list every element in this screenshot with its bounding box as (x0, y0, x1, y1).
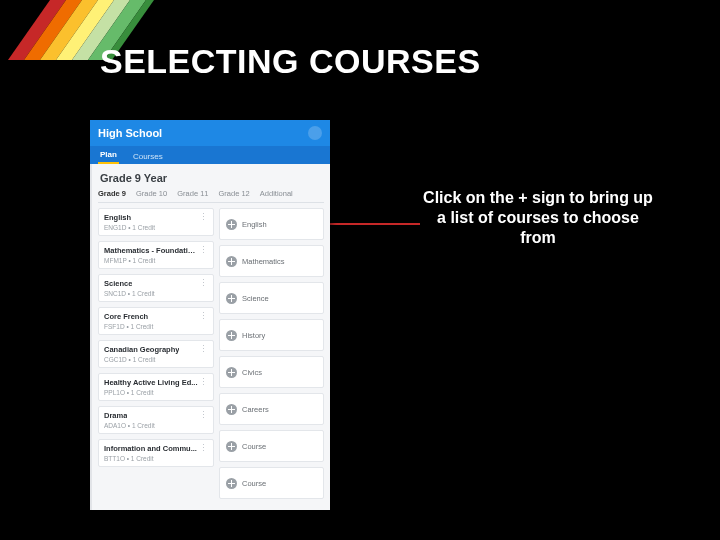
plus-icon[interactable] (226, 330, 237, 341)
year-tab-9[interactable]: Grade 9 (98, 188, 126, 199)
course-meta: BTT1O • 1 Credit (104, 455, 208, 462)
course-name: Healthy Active Living Ed... (104, 378, 198, 387)
add-course-slot[interactable]: Course (219, 467, 324, 499)
callout-text: Click on the + sign to bring up a list o… (418, 188, 658, 248)
course-meta: PPL1O • 1 Credit (104, 389, 208, 396)
year-tab-10[interactable]: Grade 10 (136, 188, 167, 199)
app-nav: Plan Courses (90, 146, 330, 164)
planned-column: English⋮ENG1D • 1 CreditMathematics - Fo… (98, 208, 214, 499)
plus-icon[interactable] (226, 404, 237, 415)
year-title: Grade 9 Year (100, 172, 324, 184)
add-course-slot[interactable]: History (219, 319, 324, 351)
course-meta: ENG1D • 1 Credit (104, 224, 208, 231)
kebab-icon[interactable]: ⋮ (199, 378, 208, 387)
svg-rect-0 (8, 0, 66, 60)
slide-title: SELECTING COURSES (100, 42, 481, 81)
kebab-icon[interactable]: ⋮ (199, 345, 208, 354)
svg-rect-1 (24, 0, 82, 60)
plus-icon[interactable] (226, 367, 237, 378)
course-name: English (104, 213, 131, 222)
slide: SELECTING COURSES Click on the + sign to… (0, 0, 720, 540)
course-card[interactable]: Mathematics - Foundations⋮MFM1P • 1 Cred… (98, 241, 214, 269)
course-card[interactable]: Healthy Active Living Ed...⋮PPL1O • 1 Cr… (98, 373, 214, 401)
year-tab-additional[interactable]: Additional (260, 188, 293, 199)
kebab-icon[interactable]: ⋮ (199, 279, 208, 288)
plus-icon[interactable] (226, 293, 237, 304)
add-course-slot[interactable]: English (219, 208, 324, 240)
course-card[interactable]: Canadian Geography⋮CGC1D • 1 Credit (98, 340, 214, 368)
add-course-slot[interactable]: Science (219, 282, 324, 314)
add-course-slot[interactable]: Civics (219, 356, 324, 388)
year-tab-12[interactable]: Grade 12 (219, 188, 250, 199)
kebab-icon[interactable]: ⋮ (199, 444, 208, 453)
course-name: Core French (104, 312, 148, 321)
course-card[interactable]: Drama⋮ADA1O • 1 Credit (98, 406, 214, 434)
course-name: Mathematics - Foundations (104, 246, 199, 255)
course-name: Information and Commu... (104, 444, 197, 453)
course-meta: FSF1D • 1 Credit (104, 323, 208, 330)
course-meta: MFM1P • 1 Credit (104, 257, 208, 264)
nav-tab-courses[interactable]: Courses (131, 149, 165, 164)
app-title: High School (98, 127, 162, 139)
add-course-slot[interactable]: Careers (219, 393, 324, 425)
kebab-icon[interactable]: ⋮ (199, 213, 208, 222)
slot-label: Civics (242, 368, 262, 377)
course-name: Drama (104, 411, 127, 420)
slot-label: Course (242, 479, 266, 488)
slot-label: Science (242, 294, 269, 303)
add-course-slot[interactable]: Mathematics (219, 245, 324, 277)
kebab-icon[interactable]: ⋮ (199, 312, 208, 321)
plus-icon[interactable] (226, 219, 237, 230)
course-card[interactable]: Core French⋮FSF1D • 1 Credit (98, 307, 214, 335)
slot-label: History (242, 331, 265, 340)
course-meta: SNC1D • 1 Credit (104, 290, 208, 297)
app-header: High School (90, 120, 330, 146)
year-tab-11[interactable]: Grade 11 (177, 188, 208, 199)
kebab-icon[interactable]: ⋮ (199, 246, 208, 255)
app-panel: High School Plan Courses Grade 9 Year Gr… (90, 120, 330, 510)
course-card[interactable]: Information and Commu...⋮BTT1O • 1 Credi… (98, 439, 214, 467)
svg-rect-2 (40, 0, 98, 60)
avatar[interactable] (308, 126, 322, 140)
app-body: Grade 9 Year Grade 9 Grade 10 Grade 11 G… (90, 164, 330, 510)
course-name: Science (104, 279, 132, 288)
slot-label: English (242, 220, 267, 229)
plus-icon[interactable] (226, 256, 237, 267)
year-tabs: Grade 9 Grade 10 Grade 11 Grade 12 Addit… (98, 188, 324, 203)
slot-label: Mathematics (242, 257, 285, 266)
course-name: Canadian Geography (104, 345, 179, 354)
kebab-icon[interactable]: ⋮ (199, 411, 208, 420)
slot-label: Course (242, 442, 266, 451)
add-course-slot[interactable]: Course (219, 430, 324, 462)
slot-label: Careers (242, 405, 269, 414)
empty-slots-column: EnglishMathematicsScienceHistoryCivicsCa… (219, 208, 324, 499)
course-card[interactable]: English⋮ENG1D • 1 Credit (98, 208, 214, 236)
nav-tab-plan[interactable]: Plan (98, 147, 119, 164)
plus-icon[interactable] (226, 441, 237, 452)
course-meta: ADA1O • 1 Credit (104, 422, 208, 429)
course-card[interactable]: Science⋮SNC1D • 1 Credit (98, 274, 214, 302)
plus-icon[interactable] (226, 478, 237, 489)
course-meta: CGC1D • 1 Credit (104, 356, 208, 363)
